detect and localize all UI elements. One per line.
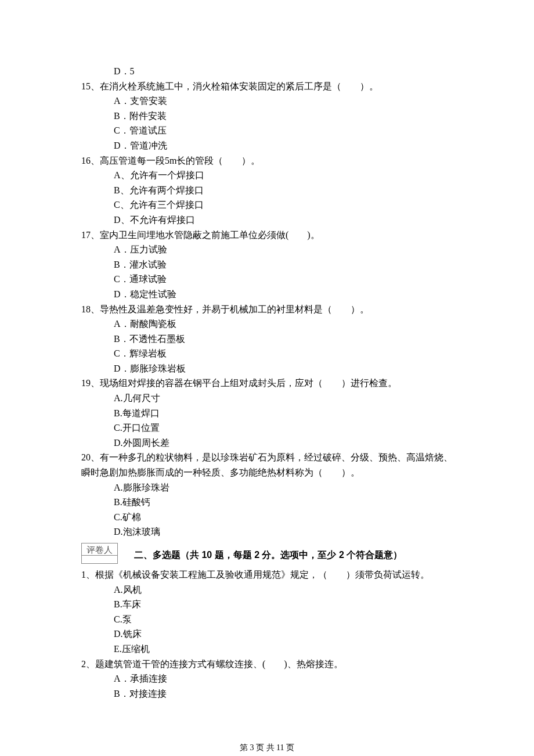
q20-stem-line1: 20、有一种多孔的粒状物料，是以珍珠岩矿石为原料，经过破碎、分级、预热、高温焙烧… (81, 450, 453, 465)
section-2-header: 评卷人 二、多选题（共 10 题，每题 2 分。选项中，至少 2 个符合题意） (81, 541, 453, 564)
q18-option-a: A．耐酸陶瓷板 (114, 316, 453, 332)
section-2-title: 二、多选题（共 10 题，每题 2 分。选项中，至少 2 个符合题意） (134, 548, 402, 564)
grader-blank (81, 556, 118, 564)
q19-option-d: D.外圆周长差 (114, 435, 453, 451)
q16-option-a: A、允许有一个焊接口 (114, 168, 453, 183)
q16-option-b: B、允许有两个焊接口 (114, 183, 453, 198)
q15-option-a: A．支管安装 (114, 93, 453, 109)
q18-option-d: D．膨胀珍珠岩板 (114, 361, 453, 376)
q19-option-a: A.几何尺寸 (114, 391, 453, 406)
q17-option-b: B．灌水试验 (114, 257, 453, 272)
q17-option-c: C．通球试验 (114, 272, 453, 287)
q20-stem-line2: 瞬时急剧加热膨胀而成的一种轻质、多功能绝热材料称为（ ）。 (81, 465, 453, 480)
page-footer: 第 3 页 共 11 页 (81, 741, 453, 754)
q14-d-text: 5 (130, 66, 135, 76)
grader-label: 评卷人 (81, 543, 118, 556)
mq2-stem: 2、题建筑管道干管的连接方式有螺纹连接、( )、热熔接连。 (81, 657, 453, 672)
q20-option-d: D.泡沫玻璃 (114, 524, 453, 539)
q19-stem: 19、现场组对焊接的容器在钢平台上组对成封头后，应对（ ）进行检查。 (81, 376, 453, 391)
q16-option-d: D、不允许有焊接口 (114, 213, 453, 228)
q19-option-c: C.开口位置 (114, 420, 453, 435)
mq1-stem: 1、根据《机械设备安装工程施工及验收通用规范》规定，（ ）须带负荷试运转。 (81, 567, 453, 582)
mq1-option-b: B.车床 (114, 597, 453, 612)
q19-option-b: B.每道焊口 (114, 406, 453, 421)
mq1-option-d: D.铣床 (114, 627, 453, 642)
q16-option-c: C、允许有三个焊接口 (114, 197, 453, 213)
q20-option-b: B.硅酸钙 (114, 495, 453, 510)
mq2-option-a: A．承插连接 (114, 671, 453, 686)
q20-option-c: C.矿棉 (114, 510, 453, 525)
q15-option-b: B．附件安装 (114, 109, 453, 124)
mq1-option-e: E.压缩机 (114, 642, 453, 657)
mq1-option-c: C.泵 (114, 612, 453, 627)
q16-stem: 16、高压管道每一段5m长的管段（ ）。 (81, 153, 453, 168)
q18-stem: 18、导热性及温差急变性好，并易于机械加工的衬里材料是（ ）。 (81, 302, 453, 317)
q20-option-a: A.膨胀珍珠岩 (114, 480, 453, 495)
q17-option-d: D．稳定性试验 (114, 287, 453, 302)
grader-box: 评卷人 (81, 543, 118, 564)
q14-option-d: D．5 (114, 64, 453, 79)
q18-option-c: C．辉绿岩板 (114, 346, 453, 361)
q17-option-a: A．压力试验 (114, 242, 453, 257)
q15-option-c: C．管道试压 (114, 123, 453, 138)
q15-option-d: D．管道冲洗 (114, 138, 453, 153)
q18-option-b: B．不透性石墨板 (114, 332, 453, 347)
mq2-option-b: B．对接连接 (114, 686, 453, 701)
mq1-option-a: A.风机 (114, 582, 453, 597)
q15-stem: 15、在消火栓系统施工中，消火栓箱体安装固定的紧后工序是（ ）。 (81, 79, 453, 94)
q14-d-label: D． (114, 66, 130, 76)
q17-stem: 17、室内卫生间埋地水管隐蔽之前施工单位必须做( )。 (81, 228, 453, 243)
